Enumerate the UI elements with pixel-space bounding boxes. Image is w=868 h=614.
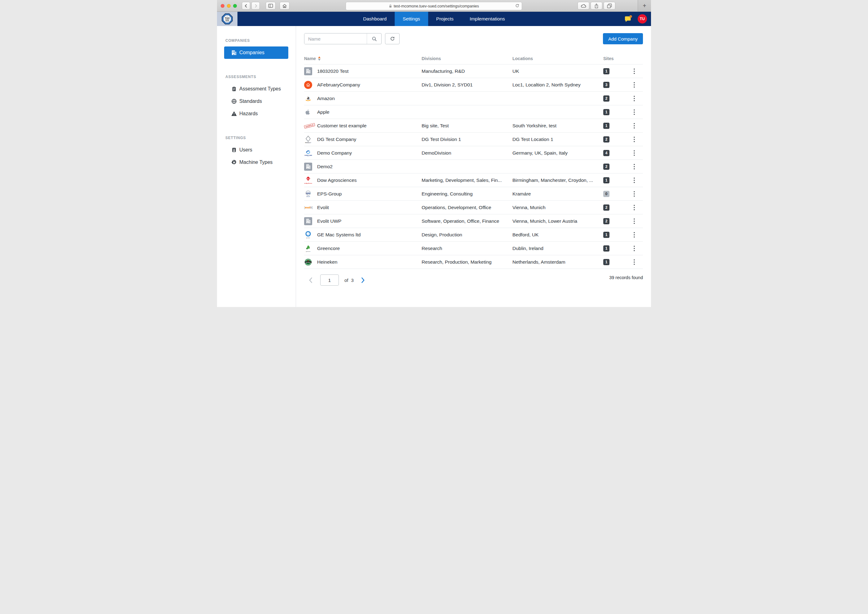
row-menu-button[interactable]: [632, 163, 637, 171]
row-menu-button[interactable]: [632, 244, 637, 253]
warning-icon: [231, 111, 237, 117]
sidebar-item-users[interactable]: Users: [224, 144, 288, 156]
row-menu-button[interactable]: [632, 203, 637, 212]
locations-cell: South Yorkshire, test: [512, 123, 603, 129]
icloud-tabs-button[interactable]: [577, 2, 589, 9]
share-icon: [594, 3, 599, 8]
previous-page-button[interactable]: [309, 277, 313, 283]
minimize-window-button[interactable]: [227, 4, 231, 8]
divisions-cell: Manufacturing, R&D: [422, 68, 512, 74]
table-row[interactable]: AFebruaryCompanyDiv1, Division 2, SYD01L…: [304, 78, 643, 92]
feedback-button[interactable]: [624, 15, 632, 23]
sidebar-item-assessment-types[interactable]: Assessment Types: [224, 83, 288, 95]
share-button[interactable]: [591, 2, 602, 9]
company-name: Demo2: [317, 164, 422, 169]
total-pages: 3: [351, 278, 354, 283]
nav-item-projects[interactable]: Projects: [428, 12, 462, 26]
row-menu-button[interactable]: [632, 149, 637, 157]
sites-badge: 4: [603, 150, 610, 156]
table-row[interactable]: greencoreGreencoreResearchDublin, Irelan…: [304, 242, 643, 255]
row-menu-button[interactable]: [632, 190, 637, 198]
table-row[interactable]: ge-macGE Mac Systems ltdDesign, Producti…: [304, 228, 643, 242]
globe-icon: [231, 98, 237, 104]
apple-logo: [304, 109, 317, 116]
sidebar-item-machine-types[interactable]: Machine Types: [224, 156, 288, 169]
next-page-button[interactable]: [361, 277, 365, 283]
nav-item-dashboard[interactable]: Dashboard: [355, 12, 395, 26]
column-header-sites: Sites: [603, 56, 622, 61]
amazon-logo: a: [304, 95, 317, 102]
building-icon: [231, 50, 237, 56]
sidebar-toggle-button[interactable]: [266, 2, 275, 9]
svg-text:eps: eps: [306, 192, 310, 195]
close-window-button[interactable]: [221, 4, 224, 8]
page-reload-icon[interactable]: [515, 3, 520, 9]
plus-icon: +: [643, 3, 646, 9]
new-tab-button[interactable]: +: [638, 0, 651, 11]
house-circle-logo: [304, 81, 317, 89]
row-menu-button[interactable]: [632, 122, 637, 130]
row-menu-button[interactable]: [632, 258, 637, 266]
sites-badge: 1: [603, 122, 610, 129]
refresh-button[interactable]: [385, 33, 400, 44]
divisions-cell: Engineering, Consulting: [422, 191, 512, 197]
address-bar[interactable]: test-mcomone.tuev-sued.com/settings/comp…: [346, 2, 522, 10]
row-menu-button[interactable]: [632, 95, 637, 102]
table-row[interactable]: RENAULTDG Test CompanyDG Test Division 1…: [304, 133, 643, 146]
url-text: test-mcomone.tuev-sued.com/settings/comp…: [394, 4, 479, 8]
table-row[interactable]: HeinekenHeinekenResearch, Production, Ma…: [304, 255, 643, 269]
nav-item-settings[interactable]: Settings: [395, 12, 428, 26]
add-company-button[interactable]: Add Company: [603, 33, 643, 44]
lock-icon: [389, 4, 392, 8]
company-name: Greencore: [317, 246, 422, 251]
table-row[interactable]: 18032020 TestManufacturing, R&DUK1: [304, 64, 643, 78]
page-number-input[interactable]: [320, 274, 339, 285]
locations-cell: UK: [512, 68, 603, 74]
search-input[interactable]: [305, 33, 367, 44]
table-row[interactable]: epsGROUPEPS-GroupEngineering, Consulting…: [304, 187, 643, 201]
search-button[interactable]: [367, 33, 381, 44]
row-menu-button[interactable]: [632, 67, 637, 75]
forward-button[interactable]: [251, 2, 260, 9]
locations-cell: Vienna, Munich: [512, 205, 603, 210]
sidebar-item-standards[interactable]: Standards: [224, 95, 288, 107]
table-row[interactable]: [evolit]EvolitOperations, Development, O…: [304, 201, 643, 214]
user-avatar[interactable]: TU: [638, 14, 647, 23]
svg-text:greencore: greencore: [306, 251, 311, 252]
pagination: of 3 39 records found: [304, 274, 643, 286]
table-row[interactable]: SAMPLECustomer test exampleBig site, Tes…: [304, 119, 643, 133]
nav-item-implementations[interactable]: Implementations: [462, 12, 513, 26]
row-menu-button[interactable]: [632, 176, 637, 185]
divisions-cell: DG Test Division 1: [422, 136, 512, 142]
sidebar-item-companies[interactable]: Companies: [224, 47, 288, 59]
table-row[interactable]: Evolit UWPSoftware, Operation, Office, F…: [304, 214, 643, 228]
svg-text:ge-mac: ge-mac: [306, 237, 310, 238]
application-window: test-mcomone.tuev-sued.com/settings/comp…: [217, 0, 651, 307]
row-menu-button[interactable]: [632, 217, 637, 225]
page-of-label: of: [344, 278, 348, 283]
app-navbar: TÜV SÜD Dashboard Settings Projects Impl…: [217, 12, 651, 26]
company-name: Demo Company: [317, 150, 422, 156]
home-button[interactable]: [280, 2, 289, 9]
row-menu-button[interactable]: [632, 108, 637, 116]
tab-overview-button[interactable]: [604, 2, 615, 9]
company-name: Dow Agrosciences: [317, 178, 422, 183]
table-row[interactable]: aAmazon2: [304, 92, 643, 105]
divisions-cell: DemoDivision: [422, 150, 512, 156]
sidebar-item-hazards[interactable]: Hazards: [224, 107, 288, 120]
table-row[interactable]: Demo22: [304, 160, 643, 174]
table-row[interactable]: DowDow AgroSciencesDow AgrosciencesMarke…: [304, 174, 643, 187]
column-header-name[interactable]: Name: [304, 56, 422, 61]
divisions-cell: Design, Production: [422, 232, 512, 237]
sites-badge: 1: [603, 259, 610, 265]
locations-cell: Vienna, Munich, Lower Austria: [512, 219, 603, 224]
eps-logo: epsGROUP: [304, 190, 317, 198]
row-menu-button[interactable]: [632, 81, 637, 89]
zoom-window-button[interactable]: [233, 4, 237, 8]
back-button[interactable]: [242, 2, 250, 9]
table-row[interactable]: COMPANY NAMEDemo CompanyDemoDivisionGerm…: [304, 146, 643, 160]
row-menu-button[interactable]: [632, 135, 637, 143]
table-row[interactable]: Apple1: [304, 105, 643, 119]
tuv-sud-logo[interactable]: TÜV SÜD: [217, 12, 238, 26]
row-menu-button[interactable]: [632, 231, 637, 239]
